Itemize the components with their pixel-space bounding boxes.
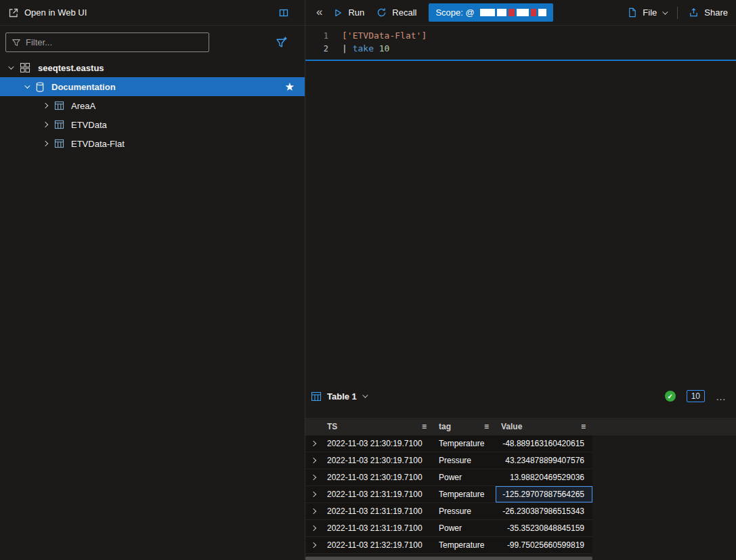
cell-ts[interactable]: 2022-11-03 21:30:19.7100 — [322, 456, 433, 465]
tree-item-table[interactable]: AreaA — [0, 96, 305, 115]
cluster-label: seeqtest.eastus — [38, 63, 104, 73]
row-count-badge[interactable]: 10 — [687, 390, 705, 402]
table-icon — [54, 120, 64, 129]
run-label: Run — [348, 7, 364, 18]
code-text: ['ETVData-Flat'] — [328, 30, 427, 41]
row-expand-icon[interactable] — [311, 475, 316, 480]
column-menu-icon[interactable]: ≡ — [422, 422, 427, 431]
cell-value[interactable]: -26.230387986515343 — [496, 503, 592, 519]
table-icon — [311, 391, 322, 402]
column-header-tag[interactable]: tag ≡ — [433, 418, 496, 435]
query-block-divider — [305, 60, 736, 61]
filter-funnel-icon — [12, 38, 21, 47]
share-button[interactable]: Share — [689, 7, 728, 18]
cell-tag[interactable]: Power — [433, 523, 496, 533]
chevron-down-icon[interactable] — [362, 392, 368, 397]
chevron-down-icon[interactable] — [24, 83, 30, 88]
cell-tag[interactable]: Power — [433, 473, 496, 482]
chevron-right-icon[interactable] — [43, 122, 48, 127]
filter-input-container — [5, 33, 209, 52]
connections-sidebar: seeqtest.eastus Documentation ★ — [0, 26, 305, 560]
cell-value[interactable]: 43.234878899407576 — [496, 452, 592, 469]
chevron-down-icon[interactable] — [8, 64, 14, 69]
cell-tag[interactable]: Temperature — [433, 490, 496, 499]
row-expand-icon[interactable] — [311, 509, 316, 514]
run-button[interactable]: Run — [333, 7, 364, 18]
cell-tag[interactable]: Temperature — [433, 439, 496, 448]
column-menu-icon[interactable]: ≡ — [581, 422, 586, 431]
table-label: AreaA — [71, 101, 95, 111]
chevron-down-icon — [662, 9, 668, 14]
favorites-filter-icon[interactable] — [276, 36, 288, 49]
cell-ts[interactable]: 2022-11-03 21:31:19.7100 — [322, 523, 433, 533]
tree-item-table[interactable]: ETVData — [0, 115, 305, 134]
cell-ts[interactable]: 2022-11-03 21:31:19.7100 — [322, 490, 433, 499]
row-expand-icon[interactable] — [311, 458, 316, 463]
table-row[interactable]: 2022-11-03 21:31:19.7100 Power -35.35230… — [305, 520, 592, 537]
table-row[interactable]: 2022-11-03 21:30:19.7100 Power 13.988204… — [305, 469, 592, 486]
table-label: ETVData-Flat — [71, 139, 125, 149]
column-header-value[interactable]: Value ≡ — [496, 418, 592, 435]
tree-item-cluster[interactable]: seeqtest.eastus — [0, 58, 305, 77]
cell-tag[interactable]: Temperature — [433, 540, 496, 550]
column-menu-icon[interactable]: ≡ — [484, 422, 489, 431]
results-status-group: ✓ 10 … — [665, 390, 727, 402]
filter-row — [0, 26, 305, 58]
results-panel: Table 1 ✓ 10 … TS ≡ tag ≡ — [305, 383, 736, 560]
cell-tag[interactable]: Pressure — [433, 456, 496, 465]
line-number: 2 — [305, 44, 328, 53]
chevron-right-icon[interactable] — [43, 141, 48, 146]
recall-button[interactable]: Recall — [376, 7, 416, 18]
open-in-web-ui-button[interactable]: Open in Web UI — [8, 7, 87, 18]
cell-value[interactable]: 13.98820469529036 — [496, 469, 592, 486]
cell-ts[interactable]: 2022-11-03 21:31:19.7100 — [322, 507, 433, 516]
more-options-button[interactable]: … — [716, 391, 727, 402]
collapse-sidebar-button[interactable]: « — [316, 5, 322, 19]
column-label: TS — [322, 422, 337, 431]
column-label: tag — [433, 422, 451, 431]
table-icon — [54, 139, 64, 148]
chevron-right-icon[interactable] — [43, 103, 48, 108]
scope-label: Scope: @ — [435, 7, 474, 18]
row-expand-icon[interactable] — [311, 441, 316, 446]
favorite-star-icon[interactable]: ★ — [285, 81, 294, 92]
column-header-ts[interactable]: TS ≡ — [322, 418, 433, 435]
cell-value-selected[interactable]: -125.29707887564265 — [496, 486, 592, 502]
cluster-icon — [20, 62, 30, 73]
grid-body: 2022-11-03 21:30:19.7100 Temperature -48… — [305, 435, 592, 554]
cell-ts[interactable]: 2022-11-03 21:30:19.7100 — [322, 439, 433, 448]
tree-item-database-selected[interactable]: Documentation ★ — [0, 77, 305, 96]
table-icon — [54, 101, 64, 110]
table-row[interactable]: 2022-11-03 21:31:19.7100 Pressure -26.23… — [305, 503, 592, 520]
table-row[interactable]: 2022-11-03 21:31:19.7100 Temperature -12… — [305, 486, 592, 503]
query-success-icon: ✓ — [665, 391, 676, 402]
cell-ts[interactable]: 2022-11-03 21:30:19.7100 — [322, 473, 433, 482]
horizontal-scrollbar[interactable] — [305, 557, 592, 560]
kusto-explorer-app: Open in Web UI « Run — [0, 0, 736, 560]
tree-item-table[interactable]: ETVData-Flat — [0, 134, 305, 153]
cell-value[interactable]: -35.35230848845159 — [496, 520, 592, 536]
expand-column-header — [305, 418, 322, 435]
split-panel-icon[interactable] — [278, 7, 289, 18]
share-label: Share — [704, 7, 728, 18]
cell-value[interactable]: -48.889163160420615 — [496, 435, 592, 452]
filter-input[interactable] — [26, 37, 203, 47]
grid-header: TS ≡ tag ≡ Value ≡ — [305, 418, 736, 435]
row-expand-icon[interactable] — [311, 542, 316, 548]
table-row[interactable]: 2022-11-03 21:30:19.7100 Temperature -48… — [305, 435, 592, 452]
table-row[interactable]: 2022-11-03 21:30:19.7100 Pressure 43.234… — [305, 452, 592, 469]
connection-tree: seeqtest.eastus Documentation ★ — [0, 58, 305, 153]
row-expand-icon[interactable] — [311, 525, 316, 531]
topbar-left: Open in Web UI — [0, 0, 305, 25]
recall-label: Recall — [392, 7, 416, 18]
cell-ts[interactable]: 2022-11-03 21:32:19.7100 — [322, 540, 433, 550]
file-label: File — [643, 7, 657, 18]
table-row[interactable]: 2022-11-03 21:32:19.7100 Temperature -99… — [305, 537, 592, 554]
scope-button[interactable]: Scope: @ — [429, 3, 553, 22]
results-tab-title[interactable]: Table 1 — [327, 391, 357, 402]
cell-tag[interactable]: Pressure — [433, 507, 496, 516]
file-menu-button[interactable]: File — [627, 7, 666, 18]
cell-value[interactable]: -99.75025660599819 — [496, 537, 592, 553]
row-expand-icon[interactable] — [311, 492, 316, 497]
query-editor[interactable]: 1 ['ETVData-Flat'] 2 | take 10 — [305, 26, 736, 55]
